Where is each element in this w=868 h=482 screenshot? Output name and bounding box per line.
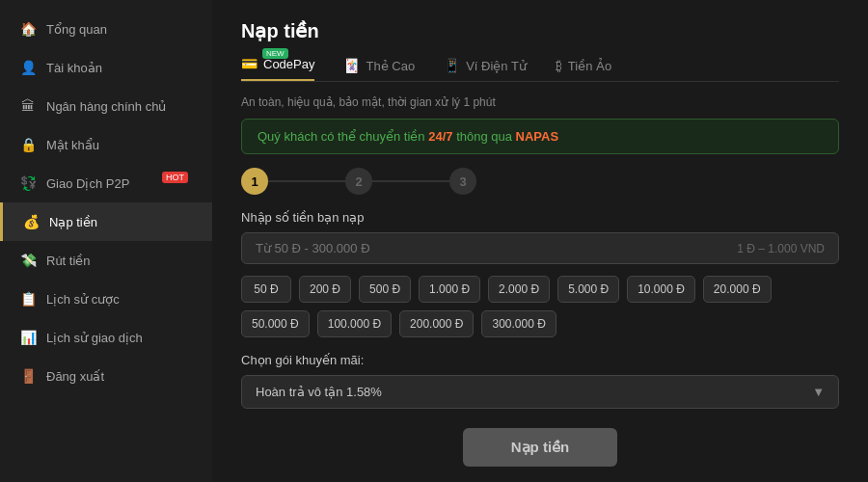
tab-the-cao[interactable]: 🃏 Thẻ Cao — [343, 58, 415, 81]
sidebar-item-nap-tien[interactable]: 💰 Nạp tiền — [0, 202, 212, 241]
sidebar-label-tong-quan: Tổng quan — [46, 22, 107, 37]
step-2: 2 — [345, 168, 372, 195]
the-cao-tab-icon: 🃏 — [343, 58, 360, 73]
sidebar-item-giao-dich-p2p[interactable]: 💱 Giao Dịch P2P HOT — [0, 164, 212, 202]
step-line-2 — [372, 180, 449, 182]
tab-bar: 💳 CodePay NEW 🃏 Thẻ Cao 📱 Ví Điện Tử ₿ T… — [241, 56, 839, 82]
amount-btn-0[interactable]: 50 Đ — [241, 276, 291, 303]
vi-dien-tu-tab-icon: 📱 — [444, 58, 460, 73]
sidebar-item-rut-tien[interactable]: 💸 Rút tiền — [0, 241, 212, 280]
badge-codepay: NEW — [262, 48, 288, 59]
sidebar-item-mat-khau[interactable]: 🔒 Mật khẩu — [0, 125, 212, 164]
amount-btn-1[interactable]: 200 Đ — [299, 276, 351, 303]
sidebar-label-dang-xuat: Đăng xuất — [46, 369, 104, 384]
amount-btn-3[interactable]: 1.000 Đ — [419, 276, 480, 303]
step-1: 1 — [241, 168, 268, 195]
main-content: Nạp tiền 💳 CodePay NEW 🃏 Thẻ Cao 📱 Ví Đi… — [212, 0, 868, 482]
info-banner: Quý khách có thể chuyển tiền 24/7 thông … — [241, 119, 839, 154]
sidebar-item-ngan-hang[interactable]: 🏛 Ngân hàng chính chủ — [0, 87, 212, 125]
promo-label: Chọn gói khuyến mãi: — [241, 353, 839, 367]
sidebar-label-tai-khoan: Tài khoản — [46, 61, 102, 75]
amount-btn-8[interactable]: 50.000 Đ — [241, 310, 310, 337]
sidebar-label-giao-dich-p2p: Giao Dịch P2P — [46, 176, 129, 191]
amount-btn-10[interactable]: 200.000 Đ — [399, 310, 474, 337]
info-banner-highlight: 24/7 — [428, 129, 452, 144]
info-banner-text: Quý khách có thể chuyển tiền 24/7 thông … — [258, 129, 558, 144]
sidebar-label-mat-khau: Mật khẩu — [46, 138, 99, 152]
sidebar-item-lich-su-giao-dich[interactable]: 📊 Lịch sử giao dịch — [0, 318, 212, 357]
sidebar-label-rut-tien: Rút tiền — [46, 254, 91, 268]
input-label: Nhập số tiền bạn nạp — [241, 210, 839, 225]
tab-vi-dien-tu[interactable]: 📱 Ví Điện Tử — [444, 58, 527, 81]
tien-ao-tab-icon: ₿ — [556, 58, 562, 73]
rut-tien-icon: 💸 — [19, 252, 37, 269]
subtitle: An toàn, hiệu quả, bảo mật, thời gian xử… — [241, 95, 839, 109]
amount-btn-6[interactable]: 10.000 Đ — [627, 276, 695, 303]
tab-codepay[interactable]: 💳 CodePay NEW — [241, 56, 314, 81]
amount-btn-11[interactable]: 300.000 Đ — [481, 310, 556, 337]
promo-dropdown[interactable]: Hoàn trả vô tận 1.58% ▼ — [241, 375, 839, 409]
sidebar: 🏠 Tổng quan 👤 Tài khoản 🏛 Ngân hàng chín… — [0, 0, 212, 482]
tab-label-the-cao: Thẻ Cao — [366, 59, 415, 73]
promo-value: Hoàn trả vô tận 1.58% — [256, 385, 382, 399]
amount-btn-5[interactable]: 5.000 Đ — [557, 276, 619, 303]
tong-quan-icon: 🏠 — [19, 20, 37, 38]
submit-row: Nạp tiền — [241, 428, 839, 467]
mat-khau-icon: 🔒 — [19, 136, 37, 153]
sidebar-label-ngan-hang: Ngân hàng chính chủ — [46, 99, 166, 114]
sidebar-item-lich-su-cuoc[interactable]: 📋 Lịch sử cược — [0, 280, 212, 318]
sidebar-label-lich-su-giao-dich: Lịch sử giao dịch — [46, 331, 143, 345]
chevron-down-icon: ▼ — [812, 385, 825, 399]
lich-su-cuoc-icon: 📋 — [19, 290, 37, 308]
tab-label-vi-dien-tu: Ví Điện Tử — [466, 59, 527, 73]
input-rate: 1 Đ – 1.000 VND — [737, 242, 825, 255]
ngan-hang-icon: 🏛 — [19, 97, 37, 115]
step-line-1 — [268, 180, 345, 182]
amount-btn-2[interactable]: 500 Đ — [359, 276, 411, 303]
sidebar-label-lich-su-cuoc: Lịch sử cược — [46, 292, 120, 307]
sidebar-item-tong-quan[interactable]: 🏠 Tổng quan — [0, 10, 212, 48]
amount-btn-9[interactable]: 100.000 Đ — [317, 310, 392, 337]
steps: 1 2 3 — [241, 168, 839, 195]
codepay-tab-icon: 💳 — [241, 56, 258, 71]
nap-tien-icon: 💰 — [22, 213, 40, 230]
amount-btn-4[interactable]: 2.000 Đ — [488, 276, 550, 303]
tai-khoan-icon: 👤 — [19, 59, 37, 76]
sidebar-item-tai-khoan[interactable]: 👤 Tài khoản — [0, 48, 212, 87]
sidebar-label-nap-tien: Nạp tiền — [49, 215, 97, 229]
sidebar-item-dang-xuat[interactable]: 🚪 Đăng xuất — [0, 357, 212, 395]
tab-label-tien-ao: Tiền Ảo — [568, 59, 611, 73]
step-3: 3 — [449, 168, 476, 195]
submit-button[interactable]: Nạp tiền — [463, 428, 618, 467]
amount-input-row[interactable]: 1 Đ – 1.000 VND — [241, 232, 839, 264]
amount-btn-7[interactable]: 20.000 Đ — [703, 276, 772, 303]
info-banner-napas: NAPAS — [516, 129, 559, 144]
amount-input[interactable] — [256, 241, 737, 255]
tab-tien-ao[interactable]: ₿ Tiền Ảo — [556, 58, 611, 81]
page-title: Nạp tiền — [241, 19, 839, 42]
dang-xuat-icon: 🚪 — [19, 367, 37, 385]
badge-giao-dich-p2p: HOT — [162, 172, 188, 183]
amount-buttons: 50 Đ200 Đ500 Đ1.000 Đ2.000 Đ5.000 Đ10.00… — [241, 276, 839, 337]
giao-dich-p2p-icon: 💱 — [19, 174, 37, 192]
lich-su-giao-dich-icon: 📊 — [19, 329, 37, 346]
